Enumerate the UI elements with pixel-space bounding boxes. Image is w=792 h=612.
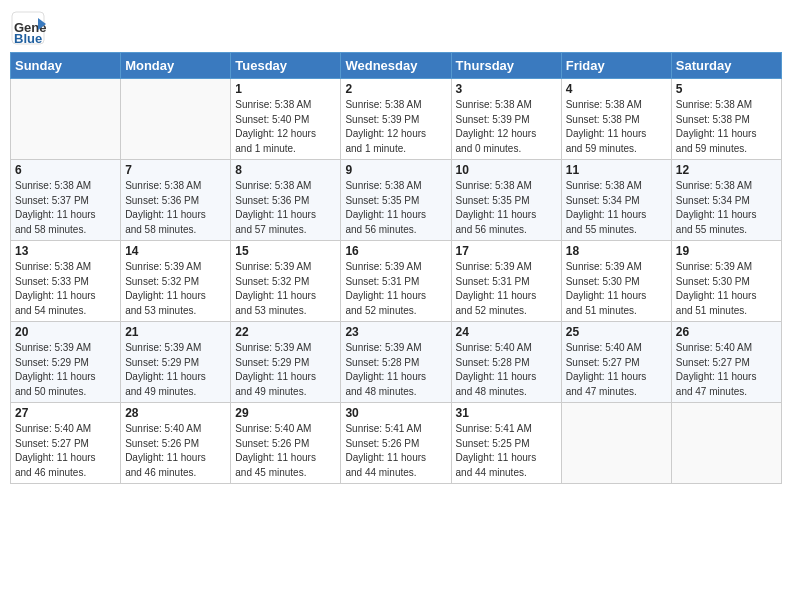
calendar-cell: 12Sunrise: 5:38 AM Sunset: 5:34 PM Dayli… [671, 160, 781, 241]
day-number: 22 [235, 325, 336, 339]
day-number: 2 [345, 82, 446, 96]
day-info: Sunrise: 5:39 AM Sunset: 5:29 PM Dayligh… [235, 341, 336, 399]
day-info: Sunrise: 5:39 AM Sunset: 5:29 PM Dayligh… [125, 341, 226, 399]
day-number: 6 [15, 163, 116, 177]
calendar-cell: 8Sunrise: 5:38 AM Sunset: 5:36 PM Daylig… [231, 160, 341, 241]
calendar-cell: 22Sunrise: 5:39 AM Sunset: 5:29 PM Dayli… [231, 322, 341, 403]
calendar-cell: 25Sunrise: 5:40 AM Sunset: 5:27 PM Dayli… [561, 322, 671, 403]
calendar-cell: 2Sunrise: 5:38 AM Sunset: 5:39 PM Daylig… [341, 79, 451, 160]
day-info: Sunrise: 5:38 AM Sunset: 5:36 PM Dayligh… [235, 179, 336, 237]
day-number: 21 [125, 325, 226, 339]
calendar-cell: 21Sunrise: 5:39 AM Sunset: 5:29 PM Dayli… [121, 322, 231, 403]
day-info: Sunrise: 5:41 AM Sunset: 5:26 PM Dayligh… [345, 422, 446, 480]
day-info: Sunrise: 5:40 AM Sunset: 5:26 PM Dayligh… [125, 422, 226, 480]
day-info: Sunrise: 5:38 AM Sunset: 5:34 PM Dayligh… [566, 179, 667, 237]
day-info: Sunrise: 5:38 AM Sunset: 5:38 PM Dayligh… [676, 98, 777, 156]
calendar-cell: 3Sunrise: 5:38 AM Sunset: 5:39 PM Daylig… [451, 79, 561, 160]
calendar-cell: 6Sunrise: 5:38 AM Sunset: 5:37 PM Daylig… [11, 160, 121, 241]
day-info: Sunrise: 5:39 AM Sunset: 5:28 PM Dayligh… [345, 341, 446, 399]
weekday-header-thursday: Thursday [451, 53, 561, 79]
calendar-cell: 13Sunrise: 5:38 AM Sunset: 5:33 PM Dayli… [11, 241, 121, 322]
day-info: Sunrise: 5:38 AM Sunset: 5:39 PM Dayligh… [456, 98, 557, 156]
day-info: Sunrise: 5:38 AM Sunset: 5:35 PM Dayligh… [345, 179, 446, 237]
day-info: Sunrise: 5:40 AM Sunset: 5:27 PM Dayligh… [566, 341, 667, 399]
day-info: Sunrise: 5:38 AM Sunset: 5:38 PM Dayligh… [566, 98, 667, 156]
calendar-cell: 10Sunrise: 5:38 AM Sunset: 5:35 PM Dayli… [451, 160, 561, 241]
day-number: 24 [456, 325, 557, 339]
calendar-cell: 7Sunrise: 5:38 AM Sunset: 5:36 PM Daylig… [121, 160, 231, 241]
day-number: 9 [345, 163, 446, 177]
svg-text:Blue: Blue [14, 31, 42, 46]
calendar-table: SundayMondayTuesdayWednesdayThursdayFrid… [10, 52, 782, 484]
calendar-cell: 1Sunrise: 5:38 AM Sunset: 5:40 PM Daylig… [231, 79, 341, 160]
day-number: 1 [235, 82, 336, 96]
day-info: Sunrise: 5:39 AM Sunset: 5:32 PM Dayligh… [235, 260, 336, 318]
day-number: 10 [456, 163, 557, 177]
day-info: Sunrise: 5:40 AM Sunset: 5:26 PM Dayligh… [235, 422, 336, 480]
day-info: Sunrise: 5:38 AM Sunset: 5:37 PM Dayligh… [15, 179, 116, 237]
day-number: 5 [676, 82, 777, 96]
calendar-cell: 29Sunrise: 5:40 AM Sunset: 5:26 PM Dayli… [231, 403, 341, 484]
day-number: 11 [566, 163, 667, 177]
day-info: Sunrise: 5:41 AM Sunset: 5:25 PM Dayligh… [456, 422, 557, 480]
day-info: Sunrise: 5:40 AM Sunset: 5:27 PM Dayligh… [676, 341, 777, 399]
calendar-cell: 5Sunrise: 5:38 AM Sunset: 5:38 PM Daylig… [671, 79, 781, 160]
day-info: Sunrise: 5:39 AM Sunset: 5:31 PM Dayligh… [456, 260, 557, 318]
calendar-cell: 19Sunrise: 5:39 AM Sunset: 5:30 PM Dayli… [671, 241, 781, 322]
day-info: Sunrise: 5:38 AM Sunset: 5:36 PM Dayligh… [125, 179, 226, 237]
page-header: General Blue [10, 10, 782, 46]
day-info: Sunrise: 5:38 AM Sunset: 5:34 PM Dayligh… [676, 179, 777, 237]
day-info: Sunrise: 5:39 AM Sunset: 5:32 PM Dayligh… [125, 260, 226, 318]
day-number: 4 [566, 82, 667, 96]
day-number: 31 [456, 406, 557, 420]
day-number: 7 [125, 163, 226, 177]
calendar-cell [11, 79, 121, 160]
calendar-cell: 15Sunrise: 5:39 AM Sunset: 5:32 PM Dayli… [231, 241, 341, 322]
day-number: 16 [345, 244, 446, 258]
day-number: 26 [676, 325, 777, 339]
day-number: 15 [235, 244, 336, 258]
calendar-cell: 30Sunrise: 5:41 AM Sunset: 5:26 PM Dayli… [341, 403, 451, 484]
day-number: 30 [345, 406, 446, 420]
day-info: Sunrise: 5:40 AM Sunset: 5:27 PM Dayligh… [15, 422, 116, 480]
day-number: 14 [125, 244, 226, 258]
calendar-cell: 11Sunrise: 5:38 AM Sunset: 5:34 PM Dayli… [561, 160, 671, 241]
weekday-header-tuesday: Tuesday [231, 53, 341, 79]
day-info: Sunrise: 5:38 AM Sunset: 5:33 PM Dayligh… [15, 260, 116, 318]
calendar-cell: 14Sunrise: 5:39 AM Sunset: 5:32 PM Dayli… [121, 241, 231, 322]
day-number: 19 [676, 244, 777, 258]
day-number: 18 [566, 244, 667, 258]
calendar-cell: 18Sunrise: 5:39 AM Sunset: 5:30 PM Dayli… [561, 241, 671, 322]
calendar-cell: 16Sunrise: 5:39 AM Sunset: 5:31 PM Dayli… [341, 241, 451, 322]
day-number: 29 [235, 406, 336, 420]
calendar-cell [671, 403, 781, 484]
calendar-cell: 31Sunrise: 5:41 AM Sunset: 5:25 PM Dayli… [451, 403, 561, 484]
calendar-cell: 26Sunrise: 5:40 AM Sunset: 5:27 PM Dayli… [671, 322, 781, 403]
day-number: 8 [235, 163, 336, 177]
day-info: Sunrise: 5:38 AM Sunset: 5:39 PM Dayligh… [345, 98, 446, 156]
weekday-header-saturday: Saturday [671, 53, 781, 79]
day-info: Sunrise: 5:39 AM Sunset: 5:29 PM Dayligh… [15, 341, 116, 399]
calendar-cell: 27Sunrise: 5:40 AM Sunset: 5:27 PM Dayli… [11, 403, 121, 484]
day-info: Sunrise: 5:39 AM Sunset: 5:30 PM Dayligh… [566, 260, 667, 318]
calendar-cell: 9Sunrise: 5:38 AM Sunset: 5:35 PM Daylig… [341, 160, 451, 241]
day-number: 27 [15, 406, 116, 420]
day-info: Sunrise: 5:40 AM Sunset: 5:28 PM Dayligh… [456, 341, 557, 399]
calendar-cell: 28Sunrise: 5:40 AM Sunset: 5:26 PM Dayli… [121, 403, 231, 484]
calendar-cell [121, 79, 231, 160]
calendar-cell: 17Sunrise: 5:39 AM Sunset: 5:31 PM Dayli… [451, 241, 561, 322]
calendar-cell: 20Sunrise: 5:39 AM Sunset: 5:29 PM Dayli… [11, 322, 121, 403]
day-info: Sunrise: 5:39 AM Sunset: 5:30 PM Dayligh… [676, 260, 777, 318]
weekday-header-sunday: Sunday [11, 53, 121, 79]
calendar-cell: 4Sunrise: 5:38 AM Sunset: 5:38 PM Daylig… [561, 79, 671, 160]
day-info: Sunrise: 5:39 AM Sunset: 5:31 PM Dayligh… [345, 260, 446, 318]
calendar-cell: 23Sunrise: 5:39 AM Sunset: 5:28 PM Dayli… [341, 322, 451, 403]
day-number: 12 [676, 163, 777, 177]
day-number: 23 [345, 325, 446, 339]
day-info: Sunrise: 5:38 AM Sunset: 5:40 PM Dayligh… [235, 98, 336, 156]
day-info: Sunrise: 5:38 AM Sunset: 5:35 PM Dayligh… [456, 179, 557, 237]
day-number: 25 [566, 325, 667, 339]
weekday-header-monday: Monday [121, 53, 231, 79]
calendar-cell [561, 403, 671, 484]
logo: General Blue [10, 10, 46, 46]
